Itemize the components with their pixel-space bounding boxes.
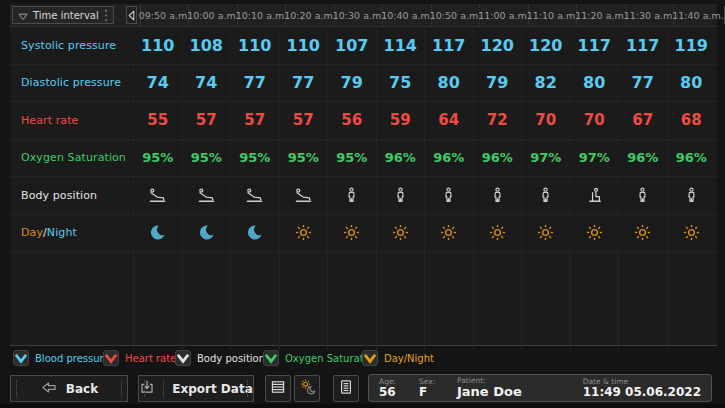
time-column-header[interactable]: 10:10 a.m.	[237, 4, 286, 26]
checkbox-checked-icon[interactable]	[175, 350, 191, 366]
cell-value-heart-rate: 67	[618, 102, 667, 139]
lying-person-icon	[279, 177, 328, 214]
cell-value-diastolic: 79	[473, 65, 522, 102]
empty-grid-column	[279, 252, 328, 351]
table-row-diastolic: Diastolic pressure7474777779758079828077…	[10, 64, 717, 102]
empty-grid-column	[521, 252, 570, 351]
cell-value-systolic: 120	[521, 27, 570, 64]
sun-icon	[570, 215, 619, 252]
cell-value-diastolic: 75	[376, 65, 425, 102]
export-download-icon	[139, 379, 155, 398]
cell-value-diastolic: 80	[667, 65, 716, 102]
sun-icon	[473, 215, 522, 252]
cell-value-oxygen: 95%	[279, 140, 328, 177]
cell-value-diastolic: 74	[133, 65, 182, 102]
patient-age: Age: 56	[379, 378, 419, 398]
back-button-label: Back	[66, 382, 98, 396]
row-label-day-night: Day/Night	[10, 215, 133, 252]
row-label-body-position: Body position	[10, 177, 133, 214]
checkbox-checked-icon[interactable]	[103, 350, 119, 366]
empty-grid-column	[182, 252, 231, 351]
cell-value-heart-rate: 59	[376, 102, 425, 139]
cell-value-diastolic: 80	[570, 65, 619, 102]
cell-value-systolic: 108	[182, 27, 231, 64]
lying-person-icon	[182, 177, 231, 214]
cell-value-diastolic: 77	[618, 65, 667, 102]
cell-value-heart-rate: 55	[133, 102, 182, 139]
time-column-header[interactable]: 10:50 a.m.	[431, 4, 480, 26]
time-column-header[interactable]: 10:20 a.m.	[285, 4, 334, 26]
table-rows: Systolic pressure11010811011010711411712…	[10, 27, 717, 251]
cell-value-heart-rate: 68	[667, 102, 716, 139]
time-column-header[interactable]: 11:20 a.m.	[576, 4, 625, 26]
time-interval-header[interactable]: Time interval	[12, 6, 114, 24]
chevron-left-icon	[127, 6, 136, 25]
empty-grid-column	[473, 252, 522, 351]
patient-name-value: Jane Doe	[457, 385, 583, 399]
patient-info-panel: Age: 56 Sex: F Patient: Jane Doe Date & …	[368, 374, 712, 402]
cell-value-oxygen: 96%	[424, 140, 473, 177]
standing-person-icon	[667, 177, 716, 214]
cell-value-oxygen: 96%	[473, 140, 522, 177]
empty-grid-column	[424, 252, 473, 351]
table-icon	[270, 379, 286, 399]
time-column-header[interactable]: 11:30 a.m.	[625, 4, 674, 26]
lying-person-icon	[133, 177, 182, 214]
sun-icon	[327, 215, 376, 252]
standing-person-icon	[618, 177, 667, 214]
sitting-person-icon	[570, 177, 619, 214]
time-column-header[interactable]: 10:00 a.m.	[188, 4, 237, 26]
empty-grid-area	[10, 251, 717, 351]
table-view-button[interactable]	[265, 375, 291, 402]
sun-moon-icon	[298, 378, 317, 399]
checkbox-checked-icon[interactable]	[263, 350, 279, 366]
legend-label: Heart rate	[125, 353, 176, 364]
table-row-day-night: Day/Night	[10, 214, 717, 252]
cell-value-diastolic: 79	[327, 65, 376, 102]
legend-item-blood-pressure: Blood pressure	[13, 350, 103, 366]
date-time-value: 11:49 05.06.2022	[583, 386, 701, 399]
cell-value-systolic: 110	[230, 27, 279, 64]
empty-grid-column	[327, 252, 376, 351]
cell-value-oxygen: 95%	[182, 140, 231, 177]
cell-value-diastolic: 77	[279, 65, 328, 102]
cell-value-oxygen: 97%	[521, 140, 570, 177]
moon-icon	[182, 215, 231, 252]
cell-value-heart-rate: 57	[182, 102, 231, 139]
time-column-header[interactable]: 09:50 a.m.	[141, 4, 189, 26]
report-button[interactable]	[333, 375, 359, 402]
time-column-header[interactable]: 10:40 a.m.	[382, 4, 431, 26]
table-row-systolic: Systolic pressure11010811011010711411712…	[10, 27, 717, 64]
time-column-header[interactable]: 11:40 a.m.	[673, 4, 722, 26]
back-button[interactable]: Back	[10, 375, 128, 402]
scroll-left-button[interactable]	[126, 6, 137, 24]
empty-grid-column	[133, 252, 182, 351]
table-row-body-position: Body position	[10, 176, 717, 214]
menu-dots-icon[interactable]	[104, 9, 108, 22]
cell-value-systolic: 117	[424, 27, 473, 64]
standing-person-icon	[473, 177, 522, 214]
legend-item-body-position: Body position	[175, 350, 263, 366]
empty-grid-column	[230, 252, 279, 351]
cell-value-heart-rate: 70	[570, 102, 619, 139]
age-value: 56	[379, 386, 419, 399]
time-column-header[interactable]: 11:10 a.m.	[528, 4, 577, 26]
empty-grid-column	[570, 252, 619, 351]
standing-person-icon	[521, 177, 570, 214]
sun-icon	[667, 215, 716, 252]
day-night-toggle-button[interactable]	[294, 375, 320, 402]
checkbox-checked-icon[interactable]	[362, 350, 378, 366]
cell-value-systolic: 110	[279, 27, 328, 64]
row-label-systolic: Systolic pressure	[10, 27, 133, 64]
legend-item-heart-rate: Heart rate	[103, 350, 175, 366]
checkbox-checked-icon[interactable]	[13, 350, 29, 366]
cell-value-diastolic: 80	[424, 65, 473, 102]
row-label-oxygen: Oxygen Saturation	[10, 140, 133, 177]
time-column-header[interactable]: 10:30 a.m.	[334, 4, 383, 26]
cell-value-heart-rate: 70	[521, 102, 570, 139]
cell-value-heart-rate: 57	[279, 102, 328, 139]
legend-label: Day/Night	[384, 353, 434, 364]
export-data-button[interactable]: Export Data	[138, 375, 254, 402]
time-column-header[interactable]: 11:00 a.m.	[479, 4, 528, 26]
standing-person-icon	[376, 177, 425, 214]
